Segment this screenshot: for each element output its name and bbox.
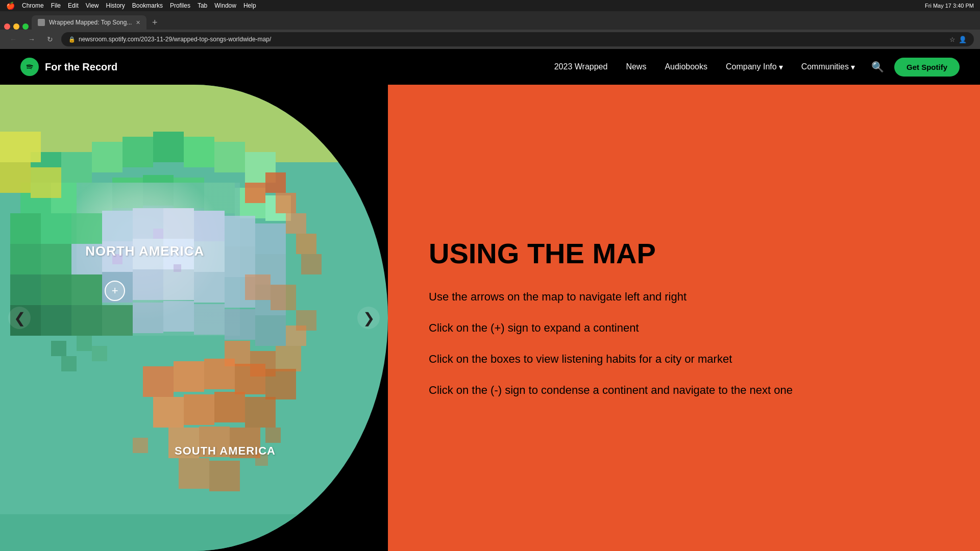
mac-bar-left: 🍎 Chrome File Edit View History Bookmark… — [6, 2, 256, 10]
website: For the Record 2023 Wrapped News Audiobo… — [0, 49, 980, 551]
svg-rect-54 — [163, 301, 194, 332]
svg-rect-68 — [276, 346, 301, 371]
hero: NORTH AMERICA + SOUTH AMERICA ❮ ❯ USING … — [0, 85, 980, 551]
lock-icon: 🔒 — [68, 36, 76, 43]
bookmark-icon[interactable]: ☆ — [949, 36, 955, 43]
svg-rect-31 — [10, 244, 41, 274]
menu-edit[interactable]: Edit — [68, 2, 79, 9]
minimize-window-button[interactable] — [13, 23, 19, 30]
menu-history[interactable]: History — [106, 2, 125, 9]
svg-rect-94 — [51, 341, 66, 356]
forward-button[interactable]: → — [24, 32, 39, 46]
map-nav-arrow-left[interactable]: ❮ — [8, 307, 31, 329]
svg-rect-64 — [245, 274, 271, 300]
svg-rect-86 — [265, 428, 281, 443]
spotify-logo — [20, 58, 39, 76]
map-nav-arrow-right[interactable]: ❯ — [357, 307, 380, 329]
maximize-window-button[interactable] — [22, 23, 29, 30]
svg-rect-88 — [0, 132, 41, 162]
svg-rect-71 — [143, 366, 174, 397]
svg-rect-79 — [245, 397, 276, 428]
apple-icon: 🍎 — [6, 2, 15, 10]
svg-rect-30 — [255, 223, 286, 254]
search-icon[interactable]: 🔍 — [871, 61, 884, 73]
svg-rect-58 — [245, 183, 265, 203]
svg-rect-52 — [102, 305, 133, 336]
nav-link-wrapped[interactable]: 2023 Wrapped — [554, 62, 608, 71]
svg-rect-10 — [214, 142, 245, 172]
svg-rect-57 — [255, 315, 286, 346]
svg-rect-28 — [194, 211, 225, 241]
svg-rect-50 — [41, 305, 71, 336]
menu-help[interactable]: Help — [243, 2, 256, 9]
menu-window[interactable]: Window — [214, 2, 236, 9]
nav-link-company-info[interactable]: Company Info ▾ — [726, 62, 783, 72]
menu-tab[interactable]: Tab — [198, 2, 207, 9]
svg-rect-41 — [41, 274, 71, 305]
north-america-label: NORTH AMERICA — [85, 243, 204, 259]
back-button[interactable]: ← — [6, 32, 20, 46]
svg-rect-53 — [133, 303, 163, 333]
svg-rect-42 — [71, 274, 102, 305]
nav-logo[interactable]: For the Record — [20, 58, 117, 76]
get-spotify-button[interactable]: Get Spotify — [894, 58, 960, 77]
profile-icon[interactable]: 👤 — [959, 36, 967, 43]
svg-rect-59 — [265, 172, 286, 193]
svg-rect-84 — [209, 461, 240, 491]
address-bar-icons: ☆ 👤 — [949, 36, 967, 43]
svg-rect-8 — [153, 132, 184, 162]
svg-rect-70 — [296, 310, 316, 331]
svg-rect-38 — [225, 246, 255, 277]
using-the-map-title: USING THE MAP — [429, 238, 939, 269]
menu-view[interactable]: View — [86, 2, 99, 9]
nav-link-audiobooks[interactable]: Audiobooks — [665, 62, 707, 71]
nav-link-communities[interactable]: Communities ▾ — [801, 62, 855, 72]
tab-bar: Wrapped Mapped: Top Song... ✕ + — [0, 11, 980, 30]
svg-rect-46 — [194, 272, 225, 303]
svg-rect-44 — [133, 269, 163, 300]
nav-actions: 🔍 Get Spotify — [871, 58, 960, 77]
tab-title: Wrapped Mapped: Top Song... — [49, 19, 132, 26]
svg-rect-75 — [265, 369, 296, 399]
svg-rect-90 — [31, 167, 61, 198]
svg-rect-98 — [0, 514, 388, 551]
address-bar[interactable]: 🔒 newsroom.spotify.com/2023-11-29/wrappe… — [61, 32, 974, 46]
svg-rect-60 — [276, 193, 296, 213]
expand-north-america-button[interactable]: + — [105, 281, 125, 301]
world-map-svg — [0, 85, 388, 551]
svg-rect-73 — [204, 359, 235, 389]
menu-file[interactable]: File — [51, 2, 61, 9]
refresh-button[interactable]: ↻ — [43, 32, 57, 46]
tab-close-button[interactable]: ✕ — [136, 19, 140, 26]
mac-os-bar: 🍎 Chrome File Edit View History Bookmark… — [0, 0, 980, 11]
svg-rect-7 — [122, 137, 153, 167]
menu-profiles[interactable]: Profiles — [170, 2, 190, 9]
svg-rect-77 — [184, 394, 214, 425]
close-window-button[interactable] — [4, 23, 10, 30]
svg-rect-91 — [77, 336, 92, 351]
menu-bookmarks[interactable]: Bookmarks — [132, 2, 163, 9]
tab-favicon — [38, 19, 45, 26]
browser-tab[interactable]: Wrapped Mapped: Top Song... ✕ — [32, 15, 146, 30]
svg-rect-62 — [296, 234, 316, 254]
info-section: USING THE MAP Use the arrows on the map … — [388, 85, 980, 551]
mac-bar-right: Fri May 17 3:40 PM — [925, 3, 974, 9]
svg-rect-24 — [71, 213, 102, 244]
south-america-label: SOUTH AMERICA — [175, 444, 276, 458]
svg-rect-56 — [225, 309, 255, 340]
svg-rect-51 — [71, 305, 102, 336]
new-tab-button[interactable]: + — [148, 15, 162, 30]
url-text: newsroom.spotify.com/2023-11-29/wrapped-… — [79, 36, 946, 43]
svg-rect-55 — [194, 304, 225, 335]
app-name[interactable]: Chrome — [22, 2, 44, 9]
svg-rect-25 — [102, 211, 133, 241]
svg-rect-97 — [174, 264, 181, 272]
instruction-2: Click on the (+) sign to expand a contin… — [429, 320, 939, 336]
spotify-icon — [24, 61, 35, 72]
svg-rect-29 — [225, 216, 255, 246]
svg-rect-23 — [41, 213, 71, 244]
svg-rect-96 — [153, 229, 163, 239]
nav-link-news[interactable]: News — [626, 62, 646, 71]
svg-rect-65 — [271, 285, 296, 310]
svg-rect-32 — [41, 244, 71, 274]
